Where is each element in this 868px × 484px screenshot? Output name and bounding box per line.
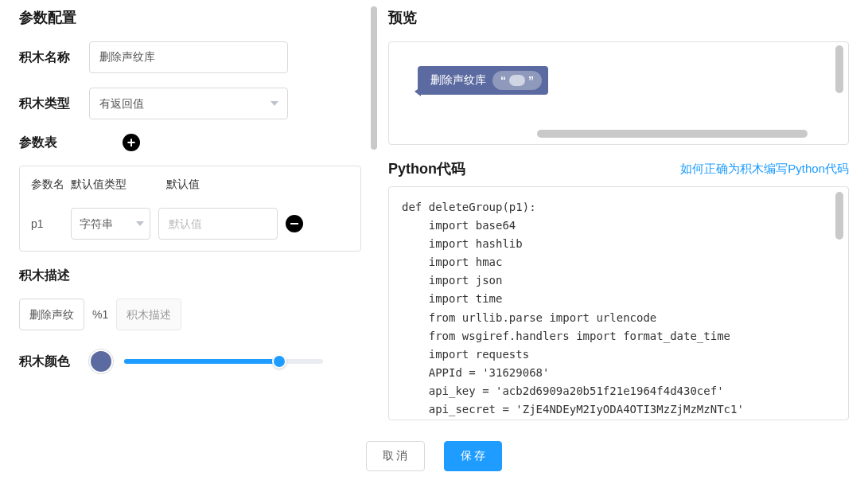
preview-box: 删除声纹库 “ ”	[388, 41, 849, 145]
chevron-down-icon	[271, 101, 278, 106]
quote-left-icon: “	[500, 74, 506, 87]
code-line: import hashlib	[402, 235, 835, 253]
save-button[interactable]: 保 存	[444, 441, 503, 471]
desc-label: 积木描述	[19, 267, 361, 284]
param-table-label: 参数表	[19, 135, 89, 151]
param-header-default: 默认值	[166, 178, 349, 192]
add-param-button[interactable]	[123, 134, 140, 151]
param-header-name: 参数名	[31, 178, 71, 192]
color-swatch[interactable]	[89, 349, 113, 373]
scrollbar-vertical[interactable]	[371, 6, 377, 150]
cancel-button[interactable]: 取 消	[366, 441, 425, 471]
color-slider[interactable]	[124, 359, 323, 364]
code-line: def deleteGroup(p1):	[402, 198, 835, 217]
block-string-slot: “ ”	[492, 71, 542, 90]
desc-percent-token: %1	[92, 308, 108, 321]
code-line: import requests	[402, 345, 835, 364]
code-line: import time	[402, 290, 835, 308]
preview-title: 预览	[388, 8, 849, 27]
code-help-link[interactable]: 如何正确为积木编写Python代码	[680, 162, 849, 177]
code-editor[interactable]: def deleteGroup(p1): import base64 impor…	[388, 186, 849, 420]
block-name-input[interactable]	[89, 41, 288, 73]
code-title: Python代码	[388, 159, 465, 178]
code-line: import hmac	[402, 253, 835, 271]
scrollbar-vertical[interactable]	[835, 45, 843, 93]
block-type-select[interactable]: 有返回值	[89, 88, 288, 119]
color-label: 积木颜色	[19, 353, 89, 370]
params-config-title: 参数配置	[19, 8, 361, 27]
code-line: api_secret = 'ZjE4NDEyM2IyODA4OTI3MzZjMz…	[402, 400, 835, 419]
chevron-down-icon	[136, 221, 144, 226]
code-line: import base64	[402, 217, 835, 235]
desc-placeholder-box[interactable]: 积木描述	[116, 299, 181, 330]
code-line: import json	[402, 271, 835, 290]
block-label: 删除声纹库	[430, 73, 486, 88]
desc-text-box[interactable]: 删除声纹	[19, 299, 84, 330]
right-panel: 预览 删除声纹库 “ ” Python代码 如何正确为积木编写Python代码 …	[380, 0, 868, 428]
block-name-label: 积木名称	[19, 49, 89, 66]
code-line: APPId = '31629068'	[402, 364, 835, 382]
scrollbar-vertical[interactable]	[835, 192, 843, 240]
param-name: p1	[31, 217, 63, 230]
quote-right-icon: ”	[528, 74, 534, 87]
scrollbar-horizontal[interactable]	[537, 130, 808, 138]
footer: 取 消 保 存	[0, 428, 868, 484]
param-default-input[interactable]	[158, 208, 278, 240]
code-line: api_key = 'acb2d6909a20b51f21e1964f4d430…	[402, 382, 835, 400]
code-line: from urllib.parse import urlencode	[402, 309, 835, 327]
param-table: 参数名 默认值类型 默认值 p1 字符串	[19, 166, 361, 252]
remove-param-button[interactable]	[286, 215, 303, 232]
block-type-label: 积木类型	[19, 96, 89, 112]
slider-thumb[interactable]	[272, 354, 286, 369]
left-panel: 参数配置 积木名称 积木类型 有返回值 参数表 参数名 默认值类型 默认值 p1	[0, 0, 380, 428]
block-preview[interactable]: 删除声纹库 “ ”	[418, 66, 548, 95]
param-row: p1 字符串	[20, 200, 360, 251]
param-header-dtype: 默认值类型	[71, 178, 166, 192]
code-line: host = 'api.xf-yun.com'	[402, 419, 835, 420]
code-line: from wsgiref.handlers import format_date…	[402, 327, 835, 345]
